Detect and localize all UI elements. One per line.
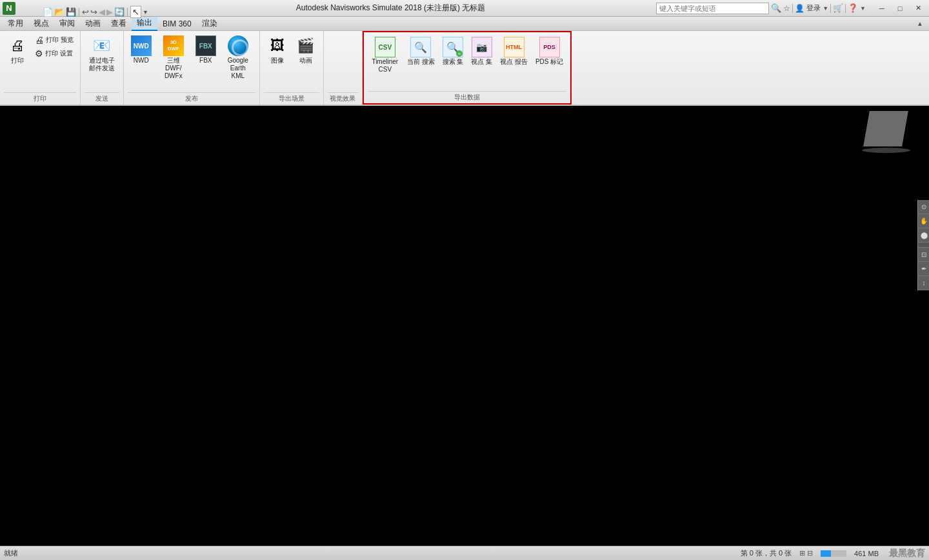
fbx-label: FBX	[199, 57, 212, 65]
fbx-icon: FBX	[195, 35, 216, 56]
email-label: 通过电子 邮件发送	[88, 57, 116, 72]
viewport	[0, 106, 917, 546]
divider2	[127, 8, 128, 17]
cube-body	[863, 111, 908, 146]
divider4	[830, 4, 831, 13]
pan-button[interactable]: ✋	[918, 214, 929, 228]
layout-icon[interactable]: ⊟	[807, 549, 813, 557]
menu-item-bim360[interactable]: BIM 360	[157, 17, 197, 31]
print-preview-button[interactable]: 🖨 打印 预览	[32, 34, 76, 46]
image-button[interactable]: 🖼 图像	[264, 34, 291, 66]
grid-icon[interactable]: ⊞	[799, 549, 805, 557]
dwf-button[interactable]: 3DDWF 三维 DWF/ DWFx	[156, 34, 191, 82]
cart-icon[interactable]: 🛒	[833, 3, 843, 13]
status-text: 就绪	[4, 548, 741, 558]
title-bar: N 📄 📂 💾 ↩ ↪ ◀ ▶ 🔄 ↖ ▼ Autodesk Naviswork…	[0, 0, 929, 17]
print-icon: 🖨	[7, 35, 28, 56]
help-dropdown-icon[interactable]: ▼	[860, 5, 866, 12]
fbx-button[interactable]: FBX FBX	[192, 34, 219, 66]
dwf-icon: 3DDWF	[163, 35, 184, 56]
print-settings-icon: ⚙	[35, 48, 43, 59]
menu-item-render[interactable]: 渲染	[197, 17, 223, 31]
menu-item-viewpoint[interactable]: 视点	[28, 17, 54, 31]
search-area: 🔍 ☆ 👤 登录 ▼ 🛒 ❓ ▼	[656, 3, 866, 14]
nwd-button[interactable]: NWD NWD	[128, 34, 155, 66]
sync-icon[interactable]: 🔄	[114, 7, 125, 17]
print-settings-label: 打印 设置	[45, 49, 73, 58]
memory-text: 461 MB	[854, 550, 879, 557]
viewpoint-set-label: 视点 集	[471, 58, 492, 66]
menu-item-review[interactable]: 审阅	[54, 17, 80, 31]
title-text: Autodesk Navisworks Simulate 2018 (未注册版)…	[125, 3, 656, 14]
search-set-button[interactable]: 🔍+ 搜索 集	[439, 35, 467, 68]
cursor-icon[interactable]: ↖	[130, 6, 141, 18]
menu-item-common[interactable]: 常用	[3, 17, 28, 31]
menu-item-output[interactable]: 输出	[132, 17, 157, 31]
visual-effects-group-label: 视觉效果	[328, 92, 358, 105]
print-button[interactable]: 🖨 打印	[4, 34, 31, 66]
open-icon[interactable]: 📂	[54, 7, 65, 17]
measure-button[interactable]: ✒	[918, 262, 929, 276]
walk-button[interactable]: ↕	[918, 276, 929, 290]
search-icon[interactable]: 🔍	[771, 3, 781, 13]
menu-item-view[interactable]: 查看	[106, 17, 132, 31]
print-settings-button[interactable]: ⚙ 打印 设置	[32, 47, 76, 60]
save-icon[interactable]: 💾	[66, 7, 76, 17]
forward-icon[interactable]: ▶	[106, 7, 113, 17]
back-icon[interactable]: ◀	[99, 7, 105, 17]
status-bar: 就绪 第 0 张，共 0 张 ⊞ ⊟ 461 MB 最黑教育	[0, 546, 929, 560]
ribbon-expand-button[interactable]: ▲	[914, 17, 926, 31]
print-buttons: 🖨 打印 🖨 打印 预览 ⚙ 打印 设置	[4, 34, 76, 91]
watermark-text: 最黑教育	[889, 548, 925, 559]
pds-mark-button[interactable]: PDS PDS 标记	[532, 35, 566, 68]
current-search-icon: 🔍	[410, 37, 431, 57]
timeliner-csv-label: Timeliner CSV	[371, 58, 399, 74]
status-right: 第 0 张，共 0 张 ⊞ ⊟ 461 MB 最黑教育	[741, 548, 925, 559]
print-group-label: 打印	[4, 92, 76, 105]
export-data-group-label: 导出数据	[368, 91, 566, 103]
timeliner-csv-button[interactable]: CSV Timeliner CSV	[368, 35, 403, 75]
undo-icon[interactable]: ↩	[82, 7, 89, 17]
animation-button[interactable]: 🎬 动画	[292, 34, 319, 66]
ribbon-group-publish: NWD NWD 3DDWF 三维 DWF/ DWFx FBX FBX	[124, 31, 260, 105]
minimize-button[interactable]: ─	[874, 2, 890, 15]
star-icon[interactable]: ☆	[783, 4, 790, 13]
orbit-button[interactable]: ⊙	[918, 200, 929, 214]
redo-icon[interactable]: ↪	[90, 7, 97, 17]
print-preview-icon: 🖨	[35, 35, 44, 45]
restore-button[interactable]: □	[892, 2, 908, 15]
zoom-button[interactable]: ⬤	[918, 228, 929, 243]
viewpoint-set-icon: 📷	[472, 37, 492, 57]
animation-icon: 🎬	[295, 35, 316, 56]
menu-item-animation[interactable]: 动画	[80, 17, 106, 31]
dwf-label: 三维 DWF/ DWFx	[159, 57, 188, 80]
ribbon-group-export-data: CSV Timeliner CSV 🔍 当前 搜索 🔍+ 搜索 集	[363, 31, 572, 105]
section-button[interactable]: ⊡	[918, 248, 929, 262]
ribbon-group-export-scene: 🖼 图像 🎬 动画 导出场景	[260, 31, 324, 105]
login-label[interactable]: 登录	[806, 3, 821, 13]
viewpoint-report-button[interactable]: HTML 视点 报告	[497, 35, 531, 68]
cube-shadow	[862, 148, 910, 153]
page-count: 第 0 张，共 0 张	[741, 548, 792, 558]
print-preview-label: 打印 预览	[46, 35, 74, 45]
viewpoint-set-button[interactable]: 📷 视点 集	[468, 35, 495, 68]
publish-group-label: 发布	[128, 92, 255, 105]
menu-bar: 常用 视点 审阅 动画 查看 输出 BIM 360 渲染 ▲	[0, 17, 929, 31]
viewpoint-report-label: 视点 报告	[500, 58, 528, 66]
search-input[interactable]	[656, 3, 769, 14]
email-icon: 📧	[92, 35, 112, 56]
email-button[interactable]: 📧 通过电子 邮件发送	[85, 34, 119, 74]
qa-dropdown-icon[interactable]: ▼	[143, 9, 148, 15]
viewpoint-report-icon: HTML	[504, 37, 524, 57]
new-icon[interactable]: 📄	[43, 7, 53, 17]
help-icon[interactable]: ❓	[848, 3, 858, 13]
export-scene-group-label: 导出场景	[264, 92, 319, 105]
navigation-cube[interactable]	[857, 111, 915, 169]
google-earth-button[interactable]: Google Earth KML	[221, 34, 255, 82]
ribbon-group-visual-effects: 视觉效果	[324, 31, 363, 105]
current-search-button[interactable]: 🔍 当前 搜索	[404, 35, 438, 68]
close-button[interactable]: ✕	[910, 2, 926, 15]
login-dropdown-icon[interactable]: ▼	[823, 5, 828, 12]
current-search-label: 当前 搜索	[407, 58, 435, 66]
memory-bar	[821, 550, 846, 557]
